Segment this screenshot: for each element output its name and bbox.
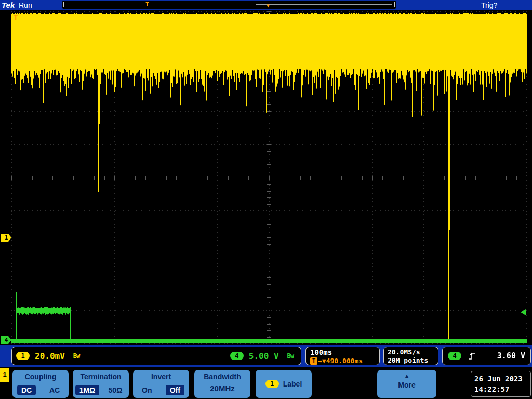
time-value: 14:22:57 bbox=[474, 384, 527, 394]
record-length: 20M points bbox=[388, 356, 434, 365]
invert-off-option[interactable]: Off bbox=[166, 385, 184, 395]
readout-bar: 1 20.0mV Bw 4 5.00 V Bw 100ms T →▼490.00… bbox=[0, 345, 532, 367]
sample-rate: 20.0MS/s bbox=[388, 348, 434, 356]
ch4-ground-marker[interactable]: 4 bbox=[1, 336, 11, 344]
coupling-button[interactable]: Coupling DC AC bbox=[12, 370, 69, 398]
acquisition-overview-bar[interactable]: T ▼ bbox=[62, 1, 396, 9]
oscilloscope-screen: Tek Run T ▼ Trig? T 1 4 1 20.0mV Bw 4 5.… bbox=[0, 0, 532, 399]
acquisition-readout-box[interactable]: 20.0MS/s 20M points bbox=[383, 347, 438, 365]
coupling-dc-option[interactable]: DC bbox=[17, 385, 36, 395]
top-status-bar: Tek Run T ▼ Trig? bbox=[0, 0, 532, 10]
trigger-state-label: Trig? bbox=[481, 1, 497, 9]
ch4-scale: 5.00 V bbox=[249, 351, 279, 361]
more-title: More bbox=[377, 381, 436, 389]
ch1-ground-marker[interactable]: 1 bbox=[1, 234, 11, 242]
horizontal-readout-box[interactable]: 100ms T →▼490.000ms bbox=[305, 347, 380, 365]
delay-value: →▼490.000ms bbox=[318, 357, 363, 365]
termination-options: 1MΩ 50Ω bbox=[73, 385, 129, 395]
ch4-badge[interactable]: 4 bbox=[230, 352, 244, 360]
trigger-level-value: 3.60 V bbox=[497, 351, 525, 361]
record-end-bracket bbox=[392, 2, 395, 7]
label-title: Label bbox=[283, 380, 302, 388]
invert-options: On Off bbox=[133, 385, 189, 395]
coupling-title: Coupling bbox=[12, 370, 69, 381]
termination-50ohm-option[interactable]: 50Ω bbox=[104, 385, 127, 395]
record-view-line bbox=[256, 4, 392, 5]
coupling-options: DC AC bbox=[12, 385, 69, 395]
trigger-source-badge[interactable]: 4 bbox=[448, 352, 461, 360]
bottom-menu-bar: 1 Coupling DC AC Termination 1MΩ 50Ω Inv… bbox=[0, 367, 532, 399]
invert-on-option[interactable]: On bbox=[138, 385, 156, 395]
ch1-badge[interactable]: 1 bbox=[16, 352, 30, 360]
ch4-bandwidth-limit-icon: Bw bbox=[287, 352, 294, 360]
trigger-readout-box[interactable]: 4 3.60 V bbox=[442, 347, 531, 365]
trigger-level-arrow[interactable] bbox=[521, 309, 526, 315]
trigger-time-marker[interactable]: T bbox=[145, 1, 149, 8]
invert-title: Invert bbox=[133, 370, 189, 381]
rising-edge-slope-icon bbox=[468, 351, 476, 361]
waveform-canvas bbox=[11, 11, 527, 344]
bandwidth-button[interactable]: Bandwidth 20MHz bbox=[194, 370, 250, 398]
trigger-position-icon[interactable]: ▼ bbox=[267, 3, 270, 9]
acquisition-status: Run bbox=[19, 1, 32, 9]
bandwidth-value: 20MHz bbox=[194, 381, 250, 393]
termination-title: Termination bbox=[73, 370, 129, 381]
datetime-box: 26 Jun 2023 14:22:57 bbox=[471, 371, 531, 397]
tek-logo: Tek bbox=[2, 1, 15, 9]
termination-1mohm-option[interactable]: 1MΩ bbox=[75, 385, 100, 395]
trigger-ref-indicator: T bbox=[14, 13, 18, 21]
label-button[interactable]: 1 Label bbox=[256, 370, 312, 398]
bandwidth-title: Bandwidth bbox=[194, 370, 250, 381]
termination-button[interactable]: Termination 1MΩ 50Ω bbox=[73, 370, 129, 398]
timebase-scale: 100ms bbox=[310, 348, 375, 356]
channel-readout-box[interactable]: 1 20.0mV Bw 4 5.00 V Bw bbox=[11, 347, 301, 365]
label-ch1-badge: 1 bbox=[265, 380, 279, 388]
more-up-arrow-icon: ▲ bbox=[377, 370, 436, 379]
channel-menu-tab[interactable]: 1 bbox=[0, 368, 9, 382]
date-value: 26 Jun 2023 bbox=[474, 374, 527, 384]
more-button[interactable]: ▲ More bbox=[377, 370, 436, 398]
ch1-scale: 20.0mV bbox=[35, 351, 65, 361]
delay-t-icon: T bbox=[310, 357, 317, 365]
ch1-bandwidth-limit-icon: Bw bbox=[73, 352, 79, 360]
trigger-delay-readout: T →▼490.000ms bbox=[310, 357, 375, 365]
coupling-ac-option[interactable]: AC bbox=[45, 385, 64, 395]
record-start-bracket bbox=[63, 2, 66, 7]
invert-button[interactable]: Invert On Off bbox=[133, 370, 189, 398]
